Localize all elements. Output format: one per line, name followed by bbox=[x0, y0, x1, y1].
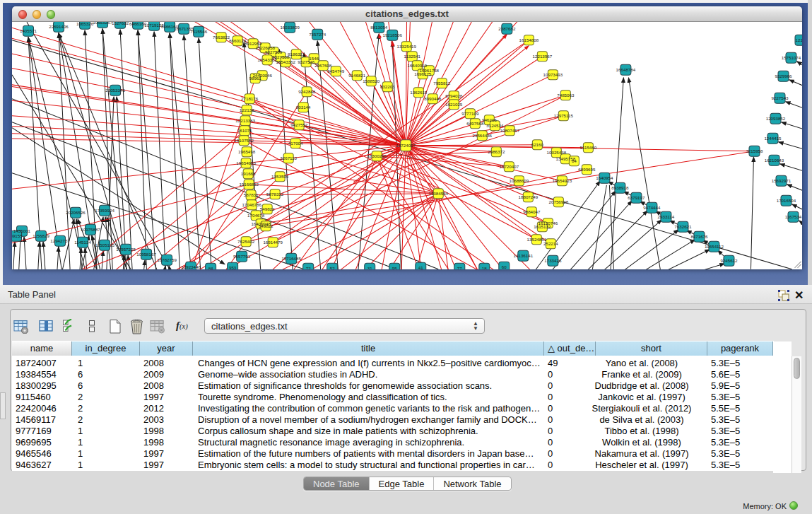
svg-text:9227543: 9227543 bbox=[771, 95, 789, 100]
svg-text:10975887: 10975887 bbox=[81, 227, 100, 232]
svg-text:84: 84 bbox=[572, 158, 577, 163]
svg-text:16543362: 16543362 bbox=[276, 59, 295, 64]
svg-text:52: 52 bbox=[330, 266, 335, 269]
svg-text:1546: 1546 bbox=[309, 56, 319, 61]
svg-text:60: 60 bbox=[502, 264, 507, 269]
svg-text:16914479: 16914479 bbox=[263, 240, 283, 245]
svg-text:9329966: 9329966 bbox=[775, 74, 792, 78]
svg-text:6899695: 6899695 bbox=[578, 167, 596, 172]
svg-text:3267110: 3267110 bbox=[280, 156, 297, 160]
svg-text:84: 84 bbox=[208, 266, 213, 269]
svg-text:1965498: 1965498 bbox=[238, 149, 256, 154]
svg-text:6379197: 6379197 bbox=[628, 195, 645, 200]
svg-text:8990448: 8990448 bbox=[424, 96, 442, 101]
svg-text:17016504: 17016504 bbox=[777, 198, 796, 203]
svg-text:10973493: 10973493 bbox=[543, 72, 563, 77]
svg-text:19654983: 19654983 bbox=[236, 160, 256, 165]
svg-text:8813054: 8813054 bbox=[370, 25, 388, 30]
svg-text:10958167: 10958167 bbox=[136, 252, 156, 257]
svg-text:72: 72 bbox=[306, 266, 311, 269]
svg-text:417004: 417004 bbox=[288, 141, 303, 146]
svg-text:6794028: 6794028 bbox=[445, 93, 463, 98]
svg-text:16033809: 16033809 bbox=[280, 25, 300, 30]
svg-text:8454749: 8454749 bbox=[327, 69, 345, 74]
svg-text:587831: 587831 bbox=[244, 192, 259, 197]
svg-text:2718176: 2718176 bbox=[241, 96, 259, 101]
svg-text:1156829: 1156829 bbox=[33, 233, 49, 238]
svg-text:21564436: 21564436 bbox=[473, 133, 493, 138]
svg-text:1244415: 1244415 bbox=[764, 136, 782, 141]
svg-text:18724007: 18724007 bbox=[396, 143, 416, 148]
svg-text:946206: 946206 bbox=[482, 117, 497, 122]
svg-text:98961: 98961 bbox=[249, 76, 262, 81]
svg-text:1615132: 1615132 bbox=[534, 224, 551, 229]
svg-text:1621025: 1621025 bbox=[445, 102, 463, 107]
svg-text:41: 41 bbox=[418, 265, 423, 269]
svg-text:16210643: 16210643 bbox=[765, 158, 784, 163]
svg-text:9327509: 9327509 bbox=[265, 49, 283, 54]
svg-text:1405571: 1405571 bbox=[20, 28, 37, 33]
svg-text:18807249: 18807249 bbox=[519, 194, 539, 199]
svg-text:953: 953 bbox=[229, 265, 237, 269]
svg-text:191668: 191668 bbox=[241, 171, 256, 176]
svg-text:17046786: 17046786 bbox=[242, 202, 261, 207]
svg-text:9884047: 9884047 bbox=[523, 209, 541, 214]
svg-text:19166852: 19166852 bbox=[239, 182, 259, 187]
svg-text:7632621: 7632621 bbox=[674, 224, 692, 229]
svg-text:19384554: 19384554 bbox=[429, 191, 449, 196]
svg-text:9427552: 9427552 bbox=[290, 122, 308, 127]
svg-text:16648784: 16648784 bbox=[616, 67, 636, 72]
svg-text:9245612: 9245612 bbox=[720, 258, 738, 263]
svg-text:39155: 39155 bbox=[12, 233, 23, 238]
svg-text:17359924: 17359924 bbox=[95, 208, 114, 213]
svg-text:8938918: 8938918 bbox=[611, 185, 629, 190]
svg-text:122133: 122133 bbox=[240, 107, 254, 112]
svg-text:16107552: 16107552 bbox=[234, 138, 254, 143]
svg-text:9242848: 9242848 bbox=[298, 89, 316, 94]
svg-text:5878312: 5878312 bbox=[266, 192, 284, 197]
svg-text:12975115: 12975115 bbox=[554, 113, 574, 118]
svg-text:12942737: 12942737 bbox=[50, 238, 70, 243]
svg-text:1212: 1212 bbox=[796, 37, 802, 42]
svg-text:19654923: 19654923 bbox=[553, 178, 572, 183]
svg-text:10654112: 10654112 bbox=[705, 244, 724, 249]
svg-text:23053346: 23053346 bbox=[105, 88, 125, 93]
svg-text:16543362: 16543362 bbox=[257, 57, 277, 62]
svg-text:8186323: 8186323 bbox=[288, 52, 305, 57]
svg-text:2967608: 2967608 bbox=[314, 63, 332, 68]
svg-text:1353594: 1353594 bbox=[271, 174, 289, 179]
svg-text:20206526: 20206526 bbox=[66, 210, 86, 215]
svg-text:1132541: 1132541 bbox=[404, 54, 420, 59]
svg-text:20756928: 20756928 bbox=[549, 199, 569, 204]
svg-text:12213383: 12213383 bbox=[235, 118, 255, 123]
svg-text:803144: 803144 bbox=[296, 105, 311, 110]
svg-text:7663822: 7663822 bbox=[213, 35, 230, 40]
svg-text:1588520: 1588520 bbox=[363, 78, 380, 83]
svg-text:161075: 161075 bbox=[237, 128, 252, 133]
svg-text:252214: 252214 bbox=[543, 241, 558, 246]
svg-text:1640954: 1640954 bbox=[596, 175, 613, 180]
svg-text:62160: 62160 bbox=[531, 142, 544, 147]
svg-text:832203: 832203 bbox=[380, 84, 395, 89]
svg-text:1145134: 1145134 bbox=[74, 240, 91, 245]
svg-text:15720407: 15720407 bbox=[500, 164, 519, 169]
svg-text:1065326: 1065326 bbox=[76, 22, 94, 26]
svg-text:22691406: 22691406 bbox=[49, 24, 69, 29]
svg-text:1527602: 1527602 bbox=[112, 22, 129, 25]
svg-text:1733426: 1733426 bbox=[544, 258, 562, 263]
svg-text:2986372: 2986372 bbox=[488, 149, 505, 154]
svg-text:10653267: 10653267 bbox=[93, 22, 112, 25]
svg-text:16640910: 16640910 bbox=[407, 63, 427, 68]
svg-text:1435001: 1435001 bbox=[13, 228, 31, 233]
svg-text:8471676: 8471676 bbox=[690, 234, 708, 239]
svg-text:13325419: 13325419 bbox=[396, 44, 416, 49]
svg-text:18: 18 bbox=[482, 266, 487, 269]
svg-text:10807457: 10807457 bbox=[500, 128, 520, 133]
svg-text:9474444: 9474444 bbox=[643, 205, 661, 210]
svg-text:17957225: 17957225 bbox=[116, 247, 136, 252]
svg-text:9657791: 9657791 bbox=[233, 254, 251, 259]
svg-text:77: 77 bbox=[457, 266, 462, 269]
svg-text:15751074: 15751074 bbox=[782, 55, 801, 60]
svg-text:16961758: 16961758 bbox=[419, 68, 439, 73]
svg-text:15716485: 15716485 bbox=[281, 256, 301, 261]
